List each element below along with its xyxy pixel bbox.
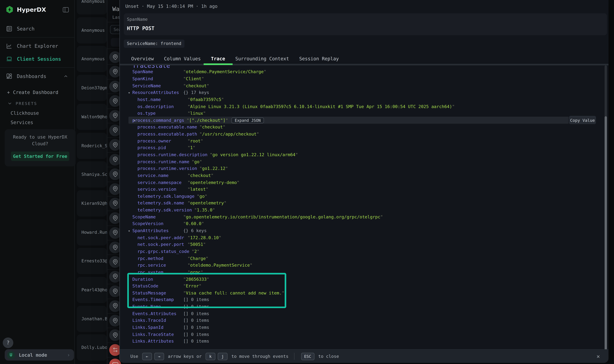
close-icon[interactable]: ✕ xyxy=(593,351,603,361)
session-event-row[interactable] xyxy=(107,109,120,123)
attribute-row[interactable]: rpc.grpc.status_code"2" xyxy=(120,248,608,255)
attribute-row[interactable]: process.runtime.version"go1.22.12" xyxy=(120,165,608,172)
session-event-row[interactable] xyxy=(107,284,120,299)
session-event-row[interactable] xyxy=(107,196,120,211)
caret-right-icon[interactable]: ▸ xyxy=(133,118,136,122)
session-event-row[interactable] xyxy=(107,182,120,196)
session-card[interactable]: Deion37@gm xyxy=(77,75,107,101)
session-event-row[interactable] xyxy=(107,94,120,109)
sidebar-item-dashboards[interactable]: Dashboards xyxy=(0,70,75,83)
attribute-row[interactable]: service.namespace"opentelemetry-demo" xyxy=(120,179,608,186)
attribute-row[interactable]: os.description"Alpine Linux 3.21.3 (Linu… xyxy=(120,103,608,110)
help-button[interactable]: ? xyxy=(3,338,13,348)
session-card[interactable]: Kieran92@h xyxy=(77,190,107,216)
attribute-row[interactable]: telemetry.sdk.version"1.35.0" xyxy=(120,207,608,214)
tab-session-replay[interactable]: Session Replay xyxy=(299,56,339,62)
local-mode-button[interactable]: U Local mode › xyxy=(5,349,74,361)
attribute-row[interactable]: process.executable.name"checkout" xyxy=(120,124,608,131)
session-card[interactable]: Walton9@ho xyxy=(77,104,107,130)
attribute-row[interactable]: host.name"0faab73597c5" xyxy=(120,96,608,103)
sidebar-item-client-sessions[interactable]: Client Sessions xyxy=(0,52,75,65)
collapse-sidebar-icon[interactable] xyxy=(63,7,69,12)
session-card[interactable]: Shaniya.Sc xyxy=(77,161,107,188)
sidebar-item-search[interactable]: Search xyxy=(0,22,75,35)
session-card[interactable]: Anonymous xyxy=(77,0,107,14)
attribute-row[interactable]: ScopeName"go.opentelemetry.io/contrib/in… xyxy=(120,213,608,221)
attribute-row[interactable]: Links.TraceId[] 0 items xyxy=(120,317,608,324)
attribute-row[interactable]: process.pid"1" xyxy=(120,144,608,151)
session-event-row[interactable] xyxy=(107,65,120,79)
attribute-row[interactable]: Links.TraceState[] 0 items xyxy=(120,331,608,338)
attribute-row[interactable]: service.name"checkout" xyxy=(120,172,608,179)
tab-column-values[interactable]: Column Values xyxy=(164,56,201,62)
attribute-row[interactable]: Events.Name[] 0 items xyxy=(120,303,608,310)
attribute-row[interactable]: process.executable.path"/usr/src/app/che… xyxy=(120,130,608,138)
attribute-row[interactable]: process.runtime.description"go version g… xyxy=(120,151,608,158)
attribute-row[interactable]: ServiceName"checkout" xyxy=(120,82,608,89)
session-card[interactable]: Howard.Run xyxy=(77,219,107,245)
tab-trace[interactable]: Trace xyxy=(211,56,225,62)
session-event-row[interactable] xyxy=(107,255,120,270)
attribute-row[interactable]: Events.Attributes[] 0 items xyxy=(120,310,608,317)
copy-value-button[interactable]: Copy Value xyxy=(569,116,596,124)
session-event-row[interactable] xyxy=(107,314,120,328)
session-event-row[interactable] xyxy=(107,270,120,284)
attribute-row[interactable]: ScopeVersion"0.60.0" xyxy=(120,221,608,227)
session-card[interactable]: Roderick_S xyxy=(77,132,107,159)
attribute-row[interactable]: telemetry.sdk.language"go" xyxy=(120,193,608,200)
attribute-row[interactable]: ▾SpanAttributes{} 6 keys xyxy=(120,227,608,234)
attribute-row[interactable]: SpanName"oteldemo.PaymentService/Charge" xyxy=(120,68,608,76)
attribute-row[interactable]: net.sock.peer.port"50051" xyxy=(120,241,608,248)
session-event-row[interactable] xyxy=(107,299,120,314)
attribute-row[interactable]: Links.Attributes[] 0 items xyxy=(120,338,608,345)
attribute-row[interactable]: Duration"28656333" xyxy=(120,276,608,283)
session-card[interactable]: Dolly.Lubo xyxy=(77,335,107,361)
session-event-row[interactable] xyxy=(107,167,120,182)
session-card[interactable]: Ernesto33@ xyxy=(77,248,107,274)
attribute-row[interactable]: StatusMessage"Visa cache full: cannot ad… xyxy=(120,290,608,297)
attribute-row[interactable]: ▾ResourceAttributes{} 17 keys xyxy=(120,89,608,96)
session-card[interactable]: Anonymous xyxy=(77,17,107,43)
session-card[interactable]: Anonymous xyxy=(77,46,107,72)
attribute-row[interactable]: Events.Timestamp[] 0 items xyxy=(120,297,608,303)
caret-down-icon[interactable]: ▾ xyxy=(128,91,130,95)
session-event-row[interactable] xyxy=(107,328,120,343)
session-event-row[interactable] xyxy=(107,240,120,255)
preset-clickhouse[interactable]: Clickhouse xyxy=(0,108,75,118)
attribute-row[interactable]: process.runtime.name"go" xyxy=(120,158,608,165)
attribute-row[interactable]: SpanKind"Client" xyxy=(120,76,608,82)
scrollbar-thumb[interactable] xyxy=(604,116,607,349)
tab-overview[interactable]: Overview xyxy=(131,56,154,62)
attribute-row[interactable]: ▸process.command_args"["./checkout"]"Exp… xyxy=(129,117,569,124)
attribute-row[interactable]: os.type"linux" xyxy=(120,110,608,117)
session-event-row[interactable] xyxy=(107,358,120,364)
sidebar-item-chart-explorer[interactable]: Chart Explorer xyxy=(0,39,75,52)
session-event-row[interactable] xyxy=(107,79,120,94)
attributes-scroll-area[interactable]: TraceState SpanName"oteldemo.PaymentServ… xyxy=(120,65,608,349)
presets-toggle[interactable]: PRESETS xyxy=(0,98,75,108)
session-event-row[interactable] xyxy=(107,123,120,138)
expand-json-button[interactable]: Expand JSON xyxy=(232,117,264,123)
attribute-row[interactable]: net.sock.peer.addr"172.28.0.10" xyxy=(120,234,608,241)
service-name-badge[interactable]: ServiceName: frontend xyxy=(124,39,184,48)
attribute-row[interactable]: rpc.service"oteldemo.PaymentService" xyxy=(120,262,608,269)
session-event-row[interactable] xyxy=(107,343,120,357)
session-card[interactable]: Jonathan.B xyxy=(77,306,107,332)
caret-down-icon[interactable]: ▾ xyxy=(128,229,130,233)
attribute-row[interactable]: rpc.system"grpc" xyxy=(120,269,608,276)
attribute-row[interactable]: telemetry.sdk.name"opentelemetry" xyxy=(120,200,608,207)
tab-surrounding-context[interactable]: Surrounding Context xyxy=(235,56,289,62)
attribute-row[interactable]: Links.SpanId[] 0 items xyxy=(120,324,608,331)
session-card[interactable]: Pearl43@ho xyxy=(77,277,107,303)
attribute-row[interactable]: service.version"latest" xyxy=(120,186,608,193)
session-event-row[interactable] xyxy=(107,226,120,240)
attribute-row[interactable]: StatusCode"Error" xyxy=(120,283,608,290)
session-event-row[interactable] xyxy=(107,153,120,167)
attribute-row[interactable]: rpc.method"Charge" xyxy=(120,255,608,262)
attribute-row[interactable]: process.owner"root" xyxy=(120,138,608,144)
session-event-row[interactable] xyxy=(107,138,120,153)
session-event-row[interactable] xyxy=(107,211,120,226)
scrollbar-track[interactable] xyxy=(604,65,607,349)
create-dashboard-button[interactable]: + Create Dashboard xyxy=(0,87,75,98)
preset-services[interactable]: Services xyxy=(0,118,75,127)
